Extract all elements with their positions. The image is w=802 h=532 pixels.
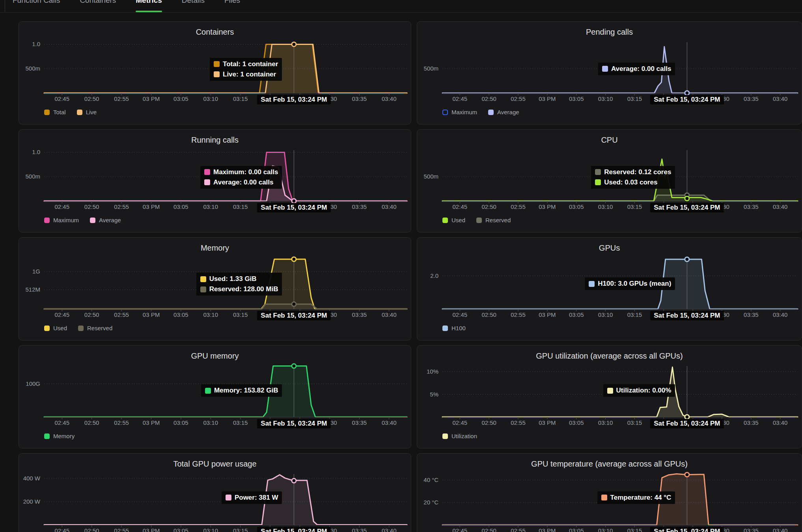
legend-item-reserved[interactable]: Reserved <box>476 217 511 223</box>
hover-marker <box>685 415 689 419</box>
x-axis-label: 03:15 <box>627 203 642 210</box>
legend-item-utilization[interactable]: Utilization <box>442 433 477 439</box>
tooltip-series-swatch-icon <box>595 169 601 175</box>
tab-files[interactable]: Files <box>224 0 240 12</box>
x-axis-label: 03:35 <box>744 95 759 102</box>
hover-tooltip: Utilization: 0.00% <box>603 384 675 397</box>
tooltip-series-swatch-icon <box>589 281 595 287</box>
chart-title: Containers <box>19 28 411 37</box>
legend-item-total[interactable]: Total <box>44 109 66 115</box>
legend-swatch-icon <box>442 326 448 331</box>
x-axis-label: 03:05 <box>569 203 584 210</box>
legend-swatch-icon <box>442 433 448 439</box>
x-axis-label: 03:10 <box>203 527 218 532</box>
series-line-reserved <box>44 304 407 309</box>
x-axis-label: 03:10 <box>203 311 218 318</box>
chart-title: GPU memory <box>19 352 411 361</box>
tooltip-text: Memory: 153.82 GiB <box>214 387 278 394</box>
tooltip-row: Average: 0.00 calls <box>204 179 278 186</box>
tab-label: Files <box>224 0 240 5</box>
legend-label: Maximum <box>451 109 477 115</box>
hover-tooltip: Memory: 153.82 GiB <box>201 384 282 397</box>
legend-item-h100[interactable]: H100 <box>442 325 466 331</box>
x-axis-label: 03:05 <box>173 203 188 210</box>
legend-label: Memory <box>53 433 75 439</box>
x-axis-label: 03 PM <box>539 419 556 426</box>
legend-item-maximum[interactable]: Maximum <box>44 217 79 223</box>
legend-item-average[interactable]: Average <box>90 217 121 223</box>
chart-card: Containers1.0500m02:4502:5002:5503 PM03:… <box>19 21 411 125</box>
series-area-reserved <box>442 195 798 201</box>
x-axis-label: 03:05 <box>173 311 188 318</box>
hover-tooltip: Average: 0.00 calls <box>598 63 675 75</box>
x-axis-label: 03 PM <box>143 95 160 102</box>
hover-marker <box>292 364 296 368</box>
x-axis-label: 03:15 <box>233 527 248 532</box>
x-axis-label: 03 PM <box>539 311 556 318</box>
x-axis-label: 02:50 <box>84 311 99 318</box>
chart-legend: MaximumAverage <box>442 109 519 115</box>
x-axis-label: 03:15 <box>627 95 642 102</box>
tooltip-text: Used: 0.03 cores <box>604 179 657 186</box>
y-axis-label: 2.0 <box>417 272 438 279</box>
chart-title: GPU temperature (average across all GPUs… <box>417 459 802 469</box>
legend-item-maximum[interactable]: Maximum <box>442 109 477 115</box>
x-axis-label: 02:55 <box>511 95 526 102</box>
hover-marker <box>685 91 689 95</box>
x-axis-label: 03:40 <box>382 203 397 210</box>
x-axis-label: 03:40 <box>773 203 788 210</box>
crosshair-date-tooltip: Sat Feb 15, 03:24 PM <box>257 527 330 532</box>
tooltip-series-swatch-icon <box>602 66 608 72</box>
legend-swatch-icon <box>44 326 50 331</box>
x-axis-label: 03:10 <box>203 95 218 102</box>
y-axis-label: 500m <box>19 173 40 180</box>
legend-item-average[interactable]: Average <box>488 109 519 115</box>
x-axis-label: 03:10 <box>598 419 613 426</box>
legend-swatch-icon <box>488 110 494 115</box>
x-axis-label: 02:55 <box>114 527 129 532</box>
tab-details[interactable]: Details <box>182 0 205 12</box>
x-axis-label: 02:55 <box>114 419 129 426</box>
legend-item-live[interactable]: Live <box>77 109 97 115</box>
tooltip-text: Utilization: 0.00% <box>616 387 671 394</box>
hover-marker <box>292 199 296 203</box>
x-axis-label: 02:45 <box>54 419 69 426</box>
legend-swatch-icon <box>78 326 84 331</box>
x-axis-label: 03:05 <box>173 419 188 426</box>
x-axis-label: 03:10 <box>598 311 613 318</box>
x-axis-label: 02:45 <box>453 203 468 210</box>
y-axis-label: 200 W <box>19 498 40 505</box>
legend-swatch-icon <box>90 218 95 223</box>
tab-label: Details <box>182 0 205 5</box>
crosshair-date-tooltip: Sat Feb 15, 03:24 PM <box>650 203 724 212</box>
legend-item-used[interactable]: Used <box>442 217 465 223</box>
legend-item-memory[interactable]: Memory <box>44 433 75 439</box>
legend-item-reserved[interactable]: Reserved <box>78 325 112 331</box>
tab-containers[interactable]: Containers <box>80 0 116 12</box>
legend-swatch-icon <box>44 433 50 439</box>
x-axis-label: 03:15 <box>627 311 642 318</box>
x-axis-label: 02:45 <box>54 527 69 532</box>
tooltip-row: Maximum: 0.00 calls <box>204 168 278 176</box>
y-axis-label: 1.0 <box>19 149 40 156</box>
legend-item-used[interactable]: Used <box>44 325 67 331</box>
tooltip-series-swatch-icon <box>205 388 211 394</box>
y-axis-label: 10% <box>417 368 438 375</box>
tooltip-text: Average: 0.00 calls <box>213 179 273 186</box>
hover-tooltip: Reserved: 0.12 coresUsed: 0.03 cores <box>591 166 675 189</box>
x-axis-label: 02:50 <box>481 419 496 426</box>
hover-marker <box>685 257 689 262</box>
x-axis-label: 03:05 <box>569 95 584 102</box>
legend-label: Used <box>53 325 67 331</box>
chart-legend: TotalLive <box>44 109 97 115</box>
tab-function-calls[interactable]: Function Calls <box>13 0 60 12</box>
y-axis-label: 400 W <box>19 475 40 482</box>
tooltip-row: Temperature: 44 °C <box>601 494 671 502</box>
crosshair-date-tooltip: Sat Feb 15, 03:24 PM <box>650 527 724 532</box>
hover-marker <box>292 302 296 306</box>
x-axis-label: 03 PM <box>143 203 160 210</box>
legend-swatch-icon <box>442 218 448 223</box>
crosshair-date-tooltip: Sat Feb 15, 03:24 PM <box>257 203 330 212</box>
tooltip-text: H100: 3.0 GPUs (mean) <box>598 280 671 288</box>
tab-metrics[interactable]: Metrics <box>136 0 162 12</box>
